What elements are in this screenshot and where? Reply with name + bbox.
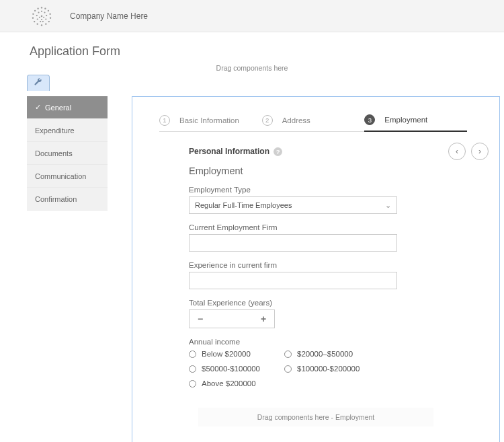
current-firm-input[interactable] xyxy=(189,234,397,252)
employment-type-select[interactable]: Regular Full-Time Employees ⌄ xyxy=(189,196,397,214)
radio-20000-50000[interactable]: $20000–$50000 xyxy=(284,350,365,358)
svg-point-9 xyxy=(48,20,50,22)
radio-icon xyxy=(189,380,196,388)
radio-label: Above $200000 xyxy=(202,379,256,388)
radio-icon xyxy=(189,351,196,358)
sidebar-item-label: General xyxy=(45,104,71,112)
svg-point-16 xyxy=(38,11,39,13)
stepper-decrement[interactable]: − xyxy=(195,314,206,324)
svg-point-19 xyxy=(45,18,46,20)
radio-above-200000[interactable]: Above $200000 xyxy=(189,379,269,388)
experience-current-input[interactable] xyxy=(189,272,397,289)
company-name: Company Name Here xyxy=(70,11,148,21)
sidebar-item-communication[interactable]: Communication xyxy=(27,165,108,188)
svg-point-1 xyxy=(44,7,46,9)
step-employment[interactable]: 3 Employment xyxy=(364,110,467,132)
radio-below-20000[interactable]: Below $20000 xyxy=(189,350,269,358)
chevron-down-icon: ⌄ xyxy=(385,201,391,210)
experience-current-label: Experience in current firm xyxy=(189,261,397,269)
radio-label: $50000-$100000 xyxy=(202,365,260,373)
radio-label: Below $20000 xyxy=(202,350,251,358)
svg-point-6 xyxy=(32,13,34,14)
sidebar-item-label: Expenditure xyxy=(35,126,75,135)
svg-point-20 xyxy=(37,18,38,20)
section-heading: Personal Information ? xyxy=(189,147,282,156)
sidebar-item-label: Documents xyxy=(35,149,73,157)
drag-hint-top: Drag components here xyxy=(0,64,504,72)
company-logo xyxy=(30,4,54,28)
step-address[interactable]: 2 Address xyxy=(262,110,365,132)
svg-point-17 xyxy=(46,15,47,16)
svg-point-8 xyxy=(32,17,34,18)
sidebar-item-label: Communication xyxy=(35,172,86,180)
sub-heading-employment: Employment xyxy=(189,165,397,176)
total-experience-stepper[interactable]: − + xyxy=(189,309,275,328)
svg-point-18 xyxy=(36,15,38,16)
radio-100000-200000[interactable]: $100000-$200000 xyxy=(284,365,365,373)
form-panel: 1 Basic Information 2 Address 3 Employme… xyxy=(132,96,500,442)
annual-income-radio-group: Below $20000 $20000–$50000 $50000-$10000… xyxy=(189,350,397,388)
help-icon[interactable]: ? xyxy=(274,147,282,156)
svg-point-11 xyxy=(45,23,46,24)
sidebar-item-expenditure[interactable]: Expenditure xyxy=(27,119,108,142)
svg-point-21 xyxy=(42,21,44,22)
page-title: Application Form xyxy=(0,32,504,65)
chevron-left-icon: ‹ xyxy=(456,147,458,156)
step-number: 3 xyxy=(364,114,375,125)
chevron-right-icon: › xyxy=(478,147,481,156)
radio-icon xyxy=(189,365,196,373)
wizard-stepper: 1 Basic Information 2 Address 3 Employme… xyxy=(165,110,467,132)
step-number: 2 xyxy=(262,115,273,126)
svg-point-14 xyxy=(41,10,42,11)
total-experience-label: Total Experience (years) xyxy=(189,299,397,307)
sidebar: ✓ General Expenditure Documents Communic… xyxy=(27,96,108,211)
radio-label: $20000–$50000 xyxy=(297,350,353,358)
svg-point-23 xyxy=(41,15,43,17)
annual-income-label: Annual income xyxy=(189,338,397,346)
stepper-increment[interactable]: + xyxy=(258,314,269,324)
prev-step-button[interactable]: ‹ xyxy=(448,143,466,160)
step-label: Basic Information xyxy=(179,116,239,124)
current-firm-label: Current Employment Firm xyxy=(189,223,397,231)
drop-slot-employment[interactable]: Drag components here - Employment xyxy=(198,408,433,427)
radio-icon xyxy=(284,351,292,358)
check-icon: ✓ xyxy=(35,103,41,112)
sidebar-item-documents[interactable]: Documents xyxy=(27,142,108,165)
app-header: Company Name Here xyxy=(0,0,504,32)
step-basic-information[interactable]: 1 Basic Information xyxy=(159,110,262,132)
svg-point-13 xyxy=(41,24,42,26)
radio-icon xyxy=(284,365,292,373)
svg-point-0 xyxy=(41,7,42,8)
svg-point-4 xyxy=(34,9,36,11)
select-value: Regular Full-Time Employees xyxy=(195,201,292,209)
sidebar-item-general[interactable]: ✓ General xyxy=(27,96,108,119)
radio-label: $100000-$200000 xyxy=(297,365,360,373)
svg-point-22 xyxy=(40,21,41,22)
next-step-button[interactable]: › xyxy=(471,143,489,160)
step-label: Employment xyxy=(384,116,427,124)
svg-point-12 xyxy=(37,23,38,24)
svg-point-15 xyxy=(44,11,45,13)
wrench-icon xyxy=(34,77,43,89)
design-tool-tab[interactable] xyxy=(27,75,50,91)
svg-point-5 xyxy=(49,13,50,14)
step-label: Address xyxy=(282,116,310,124)
svg-point-10 xyxy=(34,20,35,22)
sidebar-item-label: Confirmation xyxy=(35,195,77,203)
radio-50000-100000[interactable]: $50000-$100000 xyxy=(189,365,269,373)
svg-point-25 xyxy=(39,16,40,17)
sidebar-item-confirmation[interactable]: Confirmation xyxy=(27,188,108,211)
svg-point-26 xyxy=(41,18,42,20)
svg-point-7 xyxy=(50,17,51,18)
step-number: 1 xyxy=(159,115,170,126)
svg-point-24 xyxy=(43,16,44,17)
employment-type-label: Employment Type xyxy=(189,186,397,194)
svg-point-2 xyxy=(37,7,38,9)
svg-point-3 xyxy=(48,9,49,11)
